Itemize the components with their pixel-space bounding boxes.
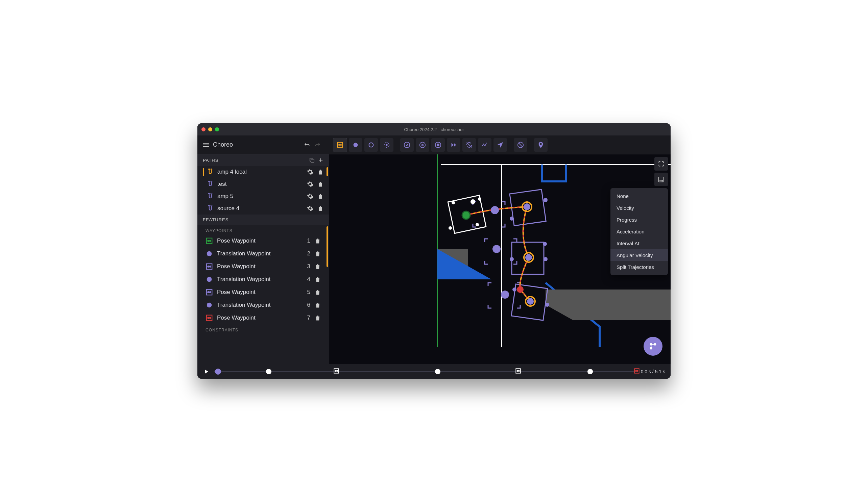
tool-translation-ring[interactable] (364, 138, 378, 152)
dropdown-item[interactable]: None (610, 190, 668, 202)
timeline-marker-playhead[interactable] (215, 368, 221, 375)
dropdown-item[interactable]: Velocity (610, 202, 668, 214)
tool-fast-forward[interactable] (447, 138, 461, 152)
svg-point-35 (452, 201, 455, 205)
waypoint-label: Translation Waypoint (217, 250, 299, 257)
svg-point-50 (524, 203, 530, 210)
tool-pose-waypoint-box[interactable] (333, 138, 347, 152)
svg-point-64 (662, 181, 663, 182)
dropdown-item[interactable]: Interval Δt (610, 238, 668, 249)
tool-rotate-target[interactable] (380, 138, 393, 152)
trash-icon[interactable] (317, 181, 324, 188)
trash-icon[interactable] (317, 205, 324, 212)
trash-icon[interactable] (314, 302, 321, 308)
waypoint-item[interactable]: Pose Waypoint 7 (197, 312, 329, 324)
maximize-window[interactable] (215, 127, 219, 132)
waypoint-item[interactable]: Translation Waypoint 6 (197, 299, 329, 312)
svg-point-51 (493, 245, 500, 253)
gear-icon[interactable] (307, 193, 314, 200)
waypoint-item[interactable]: Translation Waypoint 2 (197, 247, 329, 260)
gradient-icon[interactable] (654, 172, 668, 186)
waypoint-item[interactable]: Pose Waypoint 3 (197, 260, 329, 273)
tool-stop-circle[interactable] (431, 138, 445, 152)
svg-point-5 (386, 144, 388, 146)
timeline-track[interactable] (214, 371, 637, 372)
tool-cancel-circle[interactable] (416, 138, 429, 152)
copy-icon[interactable] (309, 157, 315, 163)
close-window[interactable] (202, 127, 206, 132)
waypoint-item[interactable]: Pose Waypoint 1 (197, 234, 329, 247)
trash-icon[interactable] (317, 169, 324, 175)
trash-icon[interactable] (314, 276, 321, 283)
generate-fab[interactable] (643, 337, 662, 356)
trash-icon[interactable] (314, 289, 321, 296)
dropdown-item[interactable]: Angular Velocity (610, 249, 668, 261)
dropdown-item[interactable]: Progress (610, 214, 668, 226)
tool-translation-dot[interactable] (349, 138, 362, 152)
tool-polyline[interactable] (478, 138, 492, 152)
svg-point-75 (518, 370, 519, 371)
svg-point-1 (339, 144, 340, 145)
trash-icon[interactable] (314, 263, 321, 270)
svg-point-26 (209, 317, 211, 318)
svg-point-13 (208, 240, 209, 242)
waypoint-item[interactable]: Translation Waypoint 4 (197, 273, 329, 286)
svg-point-3 (353, 143, 358, 147)
trash-icon[interactable] (314, 314, 321, 321)
svg-point-25 (208, 317, 209, 318)
svg-point-43 (510, 257, 514, 261)
timeline-marker-box-red[interactable] (634, 368, 640, 375)
trash-icon[interactable] (314, 238, 321, 244)
redo-icon[interactable] (314, 142, 321, 148)
undo-icon[interactable] (303, 142, 310, 148)
dropdown-item[interactable]: Acceleration (610, 226, 668, 238)
constraints-label: CONSTRAINTS (197, 324, 329, 334)
path-item[interactable]: test (197, 178, 329, 190)
svg-point-59 (660, 180, 660, 181)
svg-point-4 (369, 143, 373, 147)
timeline-marker-box[interactable] (515, 368, 521, 375)
paths-scrollbar[interactable] (327, 167, 328, 176)
timeline-marker-dot[interactable] (435, 369, 441, 374)
timeline-marker-box[interactable] (333, 368, 339, 375)
path-item[interactable]: amp 5 (197, 190, 329, 202)
trash-icon[interactable] (317, 193, 324, 200)
gear-icon[interactable] (307, 181, 314, 188)
svg-rect-11 (311, 159, 314, 162)
field-canvas[interactable]: NoneVelocityProgressAccelerationInterval… (329, 154, 671, 364)
waypoint-item[interactable]: Pose Waypoint 5 (197, 286, 329, 299)
tool-location-pin[interactable] (534, 138, 548, 152)
menu-icon[interactable] (203, 143, 209, 147)
play-button[interactable] (203, 368, 209, 375)
features-scrollbar[interactable] (327, 226, 328, 267)
svg-point-61 (662, 180, 663, 181)
tool-cursor-nav[interactable] (494, 138, 507, 152)
svg-point-15 (207, 251, 212, 257)
fullscreen-icon[interactable] (654, 157, 668, 170)
svg-point-40 (544, 198, 548, 202)
add-icon[interactable] (318, 157, 324, 163)
path-item[interactable]: amp 4 local (197, 166, 329, 178)
waypoint-number: 7 (303, 314, 310, 321)
svg-point-17 (208, 266, 209, 267)
gear-icon[interactable] (307, 205, 314, 212)
timeline-marker-dot[interactable] (266, 369, 271, 374)
svg-point-47 (462, 211, 470, 219)
tool-no-sync[interactable] (462, 138, 476, 152)
waypoint-label: Pose Waypoint (217, 289, 299, 296)
minimize-window[interactable] (208, 127, 212, 132)
svg-point-21 (208, 292, 209, 293)
svg-point-66 (654, 343, 656, 346)
waypoint-number: 4 (303, 276, 310, 283)
svg-point-55 (517, 286, 524, 293)
svg-point-62 (660, 181, 660, 182)
gear-icon[interactable] (307, 169, 314, 175)
tool-no-entry[interactable] (514, 138, 527, 152)
trash-icon[interactable] (314, 250, 321, 257)
dropdown-item[interactable]: Split Trajectories (610, 261, 668, 273)
timeline-marker-dot[interactable] (588, 369, 593, 374)
path-item[interactable]: source 4 (197, 202, 329, 215)
tool-compass[interactable] (400, 138, 414, 152)
paths-list: amp 4 local test amp 5 source 4 (197, 166, 329, 215)
svg-rect-58 (659, 177, 664, 182)
